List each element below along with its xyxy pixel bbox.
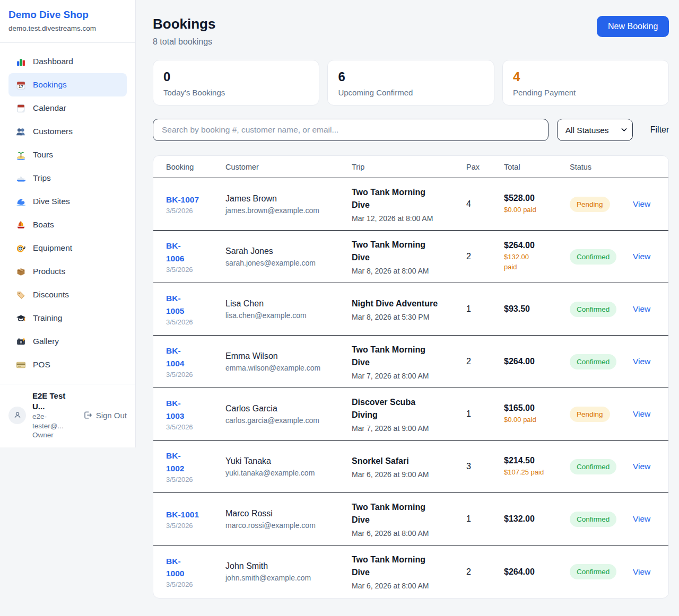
shop-name: Demo Dive Shop bbox=[8, 9, 127, 21]
sidebar-item-bookings[interactable]: 17 Bookings bbox=[8, 73, 127, 96]
sign-out-label: Sign Out bbox=[96, 411, 127, 420]
customer-name: Sarah Jones bbox=[225, 247, 346, 256]
booking-date: 3/5/2026 bbox=[166, 371, 220, 379]
sidebar: Demo Dive Shop demo.test.divestreams.com… bbox=[0, 0, 136, 447]
sidebar-user-area: E2E Test U... e2e-tester@... Owner Sign … bbox=[0, 384, 135, 447]
pax-count: 4 bbox=[466, 199, 504, 209]
trip-datetime: Mar 6, 2026 at 8:00 AM bbox=[352, 582, 461, 590]
customer-email: lisa.chen@example.com bbox=[225, 311, 346, 320]
customer-email: yuki.tanaka@example.com bbox=[225, 469, 346, 477]
sidebar-item-boats[interactable]: Boats bbox=[8, 213, 127, 236]
sidebar-item-dive-sites[interactable]: Dive Sites bbox=[8, 190, 127, 213]
user-email: e2e-tester@... bbox=[32, 412, 76, 430]
shop-header: Demo Dive Shop demo.test.divestreams.com bbox=[0, 0, 135, 42]
trip-datetime: Mar 7, 2026 at 8:00 AM bbox=[352, 372, 461, 380]
sidebar-item-dashboard[interactable]: Dashboard bbox=[8, 50, 127, 73]
total-amount: $132.00 bbox=[504, 514, 564, 524]
sidebar-item-label: Calendar bbox=[33, 103, 66, 113]
filter-row: All Statuses Filter bbox=[153, 119, 669, 141]
table-column-header-customer: Customer bbox=[225, 163, 352, 171]
booking-id-link[interactable]: BK- 1006 bbox=[166, 240, 220, 265]
sidebar-item-pos[interactable]: POS bbox=[8, 353, 127, 376]
trip-datetime: Mar 6, 2026 at 8:00 AM bbox=[352, 529, 461, 538]
user-name: E2E Test U... bbox=[32, 391, 76, 411]
training-icon bbox=[16, 313, 26, 323]
sidebar-item-trips[interactable]: Trips bbox=[8, 166, 127, 190]
booking-id-link[interactable]: BK- 1000 bbox=[166, 555, 220, 580]
search-input[interactable] bbox=[153, 119, 549, 141]
sidebar-item-products[interactable]: Products bbox=[8, 260, 127, 283]
boats-icon bbox=[16, 220, 26, 230]
customer-name: John Smith bbox=[225, 561, 346, 571]
sidebar-item-label: Dashboard bbox=[33, 57, 73, 66]
stat-card-pending-payment: 4 Pending Payment bbox=[502, 60, 669, 105]
sidebar-item-equipment[interactable]: Equipment bbox=[8, 236, 127, 260]
sidebar-item-tours[interactable]: Tours bbox=[8, 143, 127, 166]
sidebar-item-calendar[interactable]: Calendar bbox=[8, 96, 127, 120]
trip-name: Discover Scuba Diving bbox=[352, 396, 461, 421]
discounts-icon bbox=[16, 290, 26, 300]
view-link[interactable]: View bbox=[633, 252, 650, 261]
stat-card-today-s-bookings: 0 Today's Bookings bbox=[153, 60, 319, 105]
view-link[interactable]: View bbox=[633, 514, 650, 523]
dashboard-icon bbox=[16, 57, 26, 67]
dive-sites-icon bbox=[16, 197, 26, 207]
pax-count: 2 bbox=[466, 357, 504, 366]
customer-email: marco.rossi@example.com bbox=[225, 521, 346, 530]
trip-name: Two Tank Morning Dive bbox=[352, 186, 461, 212]
view-link[interactable]: View bbox=[633, 462, 650, 471]
trip-name: Two Tank Morning Dive bbox=[352, 553, 461, 579]
sidebar-item-training[interactable]: Training bbox=[8, 306, 127, 330]
status-badge: Confirmed bbox=[570, 354, 616, 369]
trips-icon bbox=[16, 173, 26, 183]
booking-date: 3/5/2026 bbox=[166, 207, 220, 215]
status-badge: Confirmed bbox=[570, 564, 616, 579]
status-filter-select[interactable]: All Statuses bbox=[557, 119, 633, 141]
sidebar-item-label: Discounts bbox=[33, 290, 69, 300]
sign-out-button[interactable]: Sign Out bbox=[83, 410, 127, 420]
stat-label: Pending Payment bbox=[513, 88, 658, 97]
stat-label: Today's Bookings bbox=[163, 88, 309, 97]
pax-count: 2 bbox=[466, 252, 504, 261]
trip-name: Two Tank Morning Dive bbox=[352, 239, 461, 264]
view-link[interactable]: View bbox=[633, 567, 650, 576]
status-badge: Confirmed bbox=[570, 249, 616, 265]
trip-datetime: Mar 7, 2026 at 9:00 AM bbox=[352, 424, 461, 433]
sidebar-item-customers[interactable]: Customers bbox=[8, 120, 127, 143]
customer-email: john.smith@example.com bbox=[225, 574, 346, 582]
view-link[interactable]: View bbox=[633, 199, 650, 208]
sidebar-nav: Dashboard 17 Bookings Calendar Customers bbox=[0, 42, 135, 384]
booking-date: 3/5/2026 bbox=[166, 476, 220, 483]
table-row-bk-1002: BK- 1002 3/5/2026 Yuki Tanaka yuki.tanak… bbox=[153, 441, 668, 493]
app-root: Demo Dive Shop demo.test.divestreams.com… bbox=[0, 0, 679, 615]
table-row-bk-1005: BK- 1005 3/5/2026 Lisa Chen lisa.chen@ex… bbox=[153, 283, 668, 336]
pax-count: 3 bbox=[466, 462, 504, 471]
new-booking-button[interactable]: New Booking bbox=[597, 16, 669, 37]
total-amount: $214.50 bbox=[504, 456, 564, 465]
filter-button[interactable]: Filter bbox=[650, 125, 669, 135]
table-header: Booking Customer Trip Pax Total Status bbox=[153, 156, 668, 178]
stat-label: Upcoming Confirmed bbox=[338, 88, 483, 97]
user-block: E2E Test U... e2e-tester@... Owner bbox=[32, 391, 76, 440]
sidebar-item-discounts[interactable]: Discounts bbox=[8, 283, 127, 306]
trip-datetime: Mar 6, 2026 at 9:00 AM bbox=[352, 470, 461, 479]
view-link[interactable]: View bbox=[633, 409, 650, 418]
view-link[interactable]: View bbox=[633, 357, 650, 366]
table-column-header-booking: Booking bbox=[166, 163, 225, 171]
total-amount: $165.00 bbox=[504, 403, 564, 413]
customer-name: Carlos Garcia bbox=[225, 404, 346, 413]
table-column-header-status: Status bbox=[570, 163, 633, 171]
sidebar-item-gallery[interactable]: Gallery bbox=[8, 330, 127, 353]
view-link[interactable]: View bbox=[633, 304, 650, 313]
total-amount: $264.00 bbox=[504, 357, 564, 366]
trip-datetime: Mar 8, 2026 at 5:30 PM bbox=[352, 313, 461, 321]
booking-id-link[interactable]: BK- 1002 bbox=[166, 450, 220, 474]
paid-amount: $0.00 paid bbox=[504, 415, 564, 425]
booking-id-link[interactable]: BK-1001 bbox=[166, 508, 220, 521]
booking-id-link[interactable]: BK- 1003 bbox=[166, 397, 220, 422]
booking-date: 3/5/2026 bbox=[166, 580, 220, 588]
stat-card-upcoming-confirmed: 6 Upcoming Confirmed bbox=[327, 60, 494, 105]
booking-id-link[interactable]: BK- 1004 bbox=[166, 345, 220, 369]
booking-id-link[interactable]: BK-1007 bbox=[166, 193, 220, 206]
booking-id-link[interactable]: BK- 1005 bbox=[166, 292, 220, 317]
